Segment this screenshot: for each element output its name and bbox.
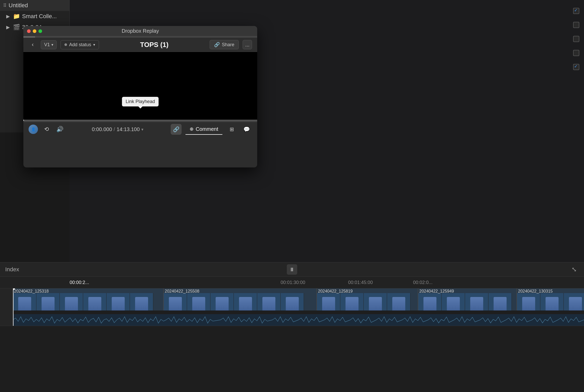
modal-progress-bar[interactable] — [23, 36, 257, 38]
segment-4-label: 20240422_125949 — [419, 289, 454, 294]
grid-icon-btn: ⊞ — [230, 126, 234, 132]
waveform-svg — [13, 314, 584, 326]
frame-4 — [83, 293, 107, 310]
track-label — [0, 288, 13, 326]
grid-view-button[interactable]: ⊞ — [226, 124, 237, 135]
frame-1 — [13, 293, 36, 310]
checkbox-5[interactable] — [573, 64, 579, 70]
playhead-timecode: 00:00:2... — [70, 280, 89, 285]
timeline-area: Index ⏸ ⤡ 00:00:2... — [0, 262, 584, 392]
folder-icon: 📁 — [13, 13, 20, 20]
frame-6 — [130, 293, 153, 310]
back-button[interactable]: ‹ — [29, 40, 37, 49]
frame-21 — [517, 293, 540, 310]
video-player[interactable]: Link Playhead — [23, 52, 257, 121]
frame-15 — [364, 293, 387, 310]
modal-title: Dropbox Replay — [122, 28, 159, 34]
segment-1-label: 20240422_125318 — [14, 289, 49, 294]
comment-button[interactable]: ⊕ Comment — [185, 124, 222, 135]
segment-3-label: 20240422_125819 — [318, 289, 353, 294]
loop-button[interactable]: ⟲ — [42, 125, 51, 134]
sidebar-item-untitled[interactable]: ⠿ Untitled — [0, 0, 69, 11]
video-track: 20240422_125318 — [0, 288, 584, 326]
play-pause-button[interactable]: ⏸ — [287, 264, 297, 275]
chevron-right-icon: ▶ — [6, 13, 10, 19]
segment-5: 20240422_130315 — [517, 288, 584, 310]
volume-icon: 🔊 — [56, 126, 63, 133]
ts-tick-2: 00:01:45:00 — [348, 280, 373, 285]
chevron-right-icon-2: ▶ — [6, 24, 10, 30]
frame-2 — [36, 293, 60, 310]
timeline-playhead — [13, 288, 14, 326]
modal-toolbar: ‹ V1 ▾ Add status ▾ TOPS (1) 🔗 Share ... — [23, 38, 257, 52]
link-playhead-button[interactable]: 🔗 — [171, 124, 182, 135]
frame-19 — [465, 293, 488, 310]
timeline-header: Index ⏸ ⤡ — [0, 262, 584, 277]
frame-13 — [317, 293, 340, 310]
window-controls — [27, 29, 42, 33]
frame-5 — [107, 293, 130, 310]
checkbox-2[interactable] — [573, 22, 579, 28]
close-button[interactable] — [27, 29, 31, 33]
frame-14 — [340, 293, 364, 310]
frame-11 — [257, 293, 281, 310]
link-playhead-tooltip: Link Playhead — [122, 97, 158, 106]
maximize-button[interactable] — [38, 29, 42, 33]
minimize-button[interactable] — [33, 29, 36, 33]
chevron-down-icon-2: ▾ — [93, 43, 95, 47]
share-icon: 🔗 — [214, 42, 220, 48]
checkbox-3[interactable] — [573, 36, 579, 42]
frame-20 — [488, 293, 512, 310]
segment-5-label: 20240422_130315 — [518, 289, 553, 294]
frame-22 — [540, 293, 564, 310]
waveform-strip — [13, 314, 584, 326]
grid-icon: ⠿ — [3, 3, 6, 8]
volume-button[interactable]: 🔊 — [55, 125, 64, 134]
segment-2-label: 20240422_125508 — [165, 289, 199, 294]
segment-4: 20240422_125949 — [418, 288, 517, 310]
frame-3 — [60, 293, 83, 310]
timeline-ruler: 00:00:2... 00:01:30:00 00:01:45:00 00:02… — [0, 277, 584, 288]
frame-16 — [387, 293, 410, 310]
share-button[interactable]: 🔗 Share — [210, 40, 239, 49]
comment-plus-icon: ⊕ — [190, 126, 194, 132]
ts-tick-3: 00:02:0... — [413, 280, 433, 285]
modal-bottom-controls: 👤 ⟲ 🔊 0:00.000 / 14:13.100 ▾ 🔗 ⊕ Comment… — [23, 121, 257, 138]
loop-icon: ⟲ — [44, 126, 49, 133]
status-dot — [64, 43, 67, 46]
frame-18 — [442, 293, 465, 310]
chat-button[interactable]: 💬 — [241, 124, 252, 135]
track-content: 20240422_125318 — [13, 288, 584, 326]
add-status-button[interactable]: Add status ▾ — [61, 40, 99, 49]
frame-23 — [564, 293, 584, 310]
video-folder-icon: 🎬 — [13, 24, 20, 31]
frame-17 — [418, 293, 442, 310]
link-icon: 🔗 — [173, 126, 180, 132]
frame-7 — [164, 293, 187, 310]
ts-tick-1: 00:01:30:00 — [281, 280, 305, 285]
timeline-expand-button[interactable]: ⤡ — [569, 265, 579, 274]
user-avatar: 👤 — [29, 125, 38, 134]
segment-2: 20240422_125508 — [164, 288, 317, 310]
frame-12 — [281, 293, 304, 310]
video-title: TOPS (1) — [103, 41, 206, 49]
modal-titlebar: Dropbox Replay — [23, 26, 257, 36]
modal-progress-fill — [23, 36, 35, 38]
checkboxes-area — [568, 5, 584, 70]
chat-icon: 💬 — [243, 126, 250, 132]
modal-timeline-bar[interactable] — [23, 121, 257, 122]
frame-9 — [210, 293, 234, 310]
timecode-display: 0:00.000 / 14:13.100 ▾ — [68, 126, 167, 132]
timeline-label: Index — [5, 266, 19, 273]
sidebar-item-smart-collection[interactable]: ▶ 📁 Smart Colle... — [0, 11, 69, 22]
version-button[interactable]: V1 ▾ — [41, 40, 57, 49]
chevron-down-icon: ▾ — [51, 43, 53, 47]
segment-1: 20240422_125318 — [13, 288, 164, 310]
segment-3: 20240422_125819 — [317, 288, 418, 310]
checkbox-1[interactable] — [573, 8, 579, 14]
checkbox-4[interactable] — [573, 50, 579, 56]
replay-modal: Dropbox Replay ‹ V1 ▾ Add status ▾ TOPS … — [23, 26, 257, 167]
more-options-button[interactable]: ... — [243, 40, 252, 49]
frame-10 — [234, 293, 257, 310]
timecode-chevron: ▾ — [141, 127, 143, 132]
